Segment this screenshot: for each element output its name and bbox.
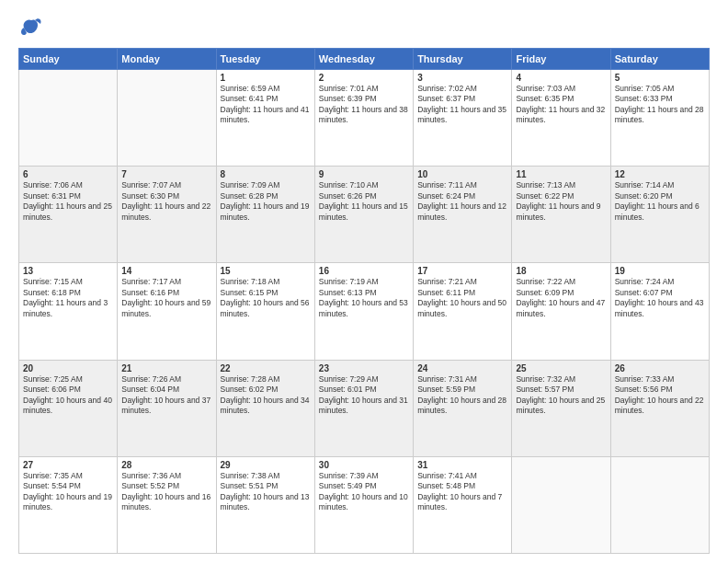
calendar-cell: 26Sunrise: 7:33 AMSunset: 5:56 PMDayligh…: [610, 360, 709, 456]
cell-content: Sunrise: 7:17 AMSunset: 6:16 PMDaylight:…: [121, 277, 211, 319]
calendar-cell: 16Sunrise: 7:19 AMSunset: 6:13 PMDayligh…: [314, 263, 413, 360]
day-header-monday: Monday: [118, 49, 216, 70]
calendar-cell: 1Sunrise: 6:59 AMSunset: 6:41 PMDaylight…: [216, 70, 314, 167]
cell-content: Sunrise: 7:33 AMSunset: 5:56 PMDaylight:…: [615, 374, 705, 417]
day-number: 17: [417, 266, 507, 276]
calendar-cell: 30Sunrise: 7:39 AMSunset: 5:49 PMDayligh…: [314, 456, 413, 553]
cell-content: Sunrise: 7:39 AMSunset: 5:49 PMDaylight:…: [319, 471, 409, 513]
day-number: 21: [121, 363, 211, 373]
calendar-cell: 13Sunrise: 7:15 AMSunset: 6:18 PMDayligh…: [19, 263, 118, 360]
cell-content: Sunrise: 7:32 AMSunset: 5:57 PMDaylight:…: [516, 374, 606, 417]
calendar-cell: 23Sunrise: 7:29 AMSunset: 6:01 PMDayligh…: [314, 360, 413, 456]
day-number: 13: [23, 266, 113, 276]
day-number: 31: [417, 460, 507, 470]
day-number: 7: [121, 169, 211, 179]
calendar-table: SundayMondayTuesdayWednesdayThursdayFrid…: [18, 48, 710, 554]
cell-content: Sunrise: 7:15 AMSunset: 6:18 PMDaylight:…: [23, 277, 113, 319]
calendar-cell: 28Sunrise: 7:36 AMSunset: 5:52 PMDayligh…: [118, 456, 216, 553]
cell-content: Sunrise: 7:19 AMSunset: 6:13 PMDaylight:…: [319, 277, 409, 319]
day-number: 2: [319, 73, 409, 83]
day-number: 16: [319, 266, 409, 276]
day-number: 8: [221, 169, 311, 179]
day-number: 29: [221, 460, 311, 470]
day-number: 23: [319, 363, 409, 373]
calendar-cell: 29Sunrise: 7:38 AMSunset: 5:51 PMDayligh…: [216, 456, 314, 553]
calendar-week-row: 1Sunrise: 6:59 AMSunset: 6:41 PMDaylight…: [19, 70, 710, 167]
cell-content: Sunrise: 7:21 AMSunset: 6:11 PMDaylight:…: [417, 277, 507, 319]
cell-content: Sunrise: 7:01 AMSunset: 6:39 PMDaylight:…: [319, 84, 409, 126]
cell-content: Sunrise: 7:38 AMSunset: 5:51 PMDaylight:…: [221, 471, 311, 513]
day-number: 28: [121, 460, 211, 470]
day-number: 4: [516, 73, 606, 83]
calendar-cell: 8Sunrise: 7:09 AMSunset: 6:28 PMDaylight…: [216, 167, 314, 263]
calendar-cell: [118, 70, 216, 167]
cell-content: Sunrise: 7:03 AMSunset: 6:35 PMDaylight:…: [516, 84, 606, 126]
day-number: 14: [121, 266, 211, 276]
cell-content: Sunrise: 7:14 AMSunset: 6:20 PMDaylight:…: [615, 180, 705, 223]
cell-content: Sunrise: 7:31 AMSunset: 5:59 PMDaylight:…: [417, 374, 507, 417]
calendar-cell: [19, 70, 118, 167]
calendar-cell: 15Sunrise: 7:18 AMSunset: 6:15 PMDayligh…: [216, 263, 314, 360]
cell-content: Sunrise: 7:05 AMSunset: 6:33 PMDaylight:…: [615, 84, 705, 126]
calendar-cell: 12Sunrise: 7:14 AMSunset: 6:20 PMDayligh…: [610, 167, 709, 263]
day-number: 10: [417, 169, 507, 179]
cell-content: Sunrise: 6:59 AMSunset: 6:41 PMDaylight:…: [221, 84, 311, 126]
calendar-cell: 27Sunrise: 7:35 AMSunset: 5:54 PMDayligh…: [19, 456, 118, 553]
calendar-cell: 3Sunrise: 7:02 AMSunset: 6:37 PMDaylight…: [414, 70, 512, 167]
calendar-week-row: 6Sunrise: 7:06 AMSunset: 6:31 PMDaylight…: [19, 167, 710, 263]
cell-content: Sunrise: 7:36 AMSunset: 5:52 PMDaylight:…: [121, 471, 211, 513]
day-number: 5: [615, 73, 705, 83]
day-number: 30: [319, 460, 409, 470]
calendar-header-row: SundayMondayTuesdayWednesdayThursdayFrid…: [19, 49, 710, 70]
cell-content: Sunrise: 7:22 AMSunset: 6:09 PMDaylight:…: [516, 277, 606, 319]
cell-content: Sunrise: 7:18 AMSunset: 6:15 PMDaylight:…: [221, 277, 311, 319]
calendar-cell: 17Sunrise: 7:21 AMSunset: 6:11 PMDayligh…: [414, 263, 512, 360]
cell-content: Sunrise: 7:09 AMSunset: 6:28 PMDaylight:…: [221, 180, 311, 223]
calendar-week-row: 27Sunrise: 7:35 AMSunset: 5:54 PMDayligh…: [19, 456, 710, 553]
day-number: 27: [23, 460, 113, 470]
day-number: 3: [417, 73, 507, 83]
calendar-week-row: 20Sunrise: 7:25 AMSunset: 6:06 PMDayligh…: [19, 360, 710, 456]
day-number: 20: [23, 363, 113, 373]
day-header-friday: Friday: [512, 49, 610, 70]
day-number: 22: [221, 363, 311, 373]
calendar-cell: 20Sunrise: 7:25 AMSunset: 6:06 PMDayligh…: [19, 360, 118, 456]
cell-content: Sunrise: 7:24 AMSunset: 6:07 PMDaylight:…: [615, 277, 705, 319]
day-number: 19: [615, 266, 705, 276]
cell-content: Sunrise: 7:28 AMSunset: 6:02 PMDaylight:…: [221, 374, 311, 417]
calendar-cell: 21Sunrise: 7:26 AMSunset: 6:04 PMDayligh…: [118, 360, 216, 456]
calendar-cell: 18Sunrise: 7:22 AMSunset: 6:09 PMDayligh…: [512, 263, 610, 360]
cell-content: Sunrise: 7:11 AMSunset: 6:24 PMDaylight:…: [417, 180, 507, 223]
header: [18, 15, 710, 40]
cell-content: Sunrise: 7:06 AMSunset: 6:31 PMDaylight:…: [23, 180, 113, 223]
calendar-cell: 31Sunrise: 7:41 AMSunset: 5:48 PMDayligh…: [414, 456, 512, 553]
day-number: 24: [417, 363, 507, 373]
calendar-cell: 19Sunrise: 7:24 AMSunset: 6:07 PMDayligh…: [610, 263, 709, 360]
day-header-saturday: Saturday: [610, 49, 709, 70]
day-number: 18: [516, 266, 606, 276]
calendar-cell: 22Sunrise: 7:28 AMSunset: 6:02 PMDayligh…: [216, 360, 314, 456]
calendar-cell: 5Sunrise: 7:05 AMSunset: 6:33 PMDaylight…: [610, 70, 709, 167]
calendar-cell: [512, 456, 610, 553]
day-number: 6: [23, 169, 113, 179]
cell-content: Sunrise: 7:29 AMSunset: 6:01 PMDaylight:…: [319, 374, 409, 417]
cell-content: Sunrise: 7:26 AMSunset: 6:04 PMDaylight:…: [121, 374, 211, 417]
day-number: 1: [221, 73, 311, 83]
calendar-cell: 4Sunrise: 7:03 AMSunset: 6:35 PMDaylight…: [512, 70, 610, 167]
cell-content: Sunrise: 7:07 AMSunset: 6:30 PMDaylight:…: [121, 180, 211, 223]
calendar-cell: 2Sunrise: 7:01 AMSunset: 6:39 PMDaylight…: [314, 70, 413, 167]
logo-icon: [18, 15, 44, 40]
day-header-wednesday: Wednesday: [314, 49, 413, 70]
calendar-cell: 25Sunrise: 7:32 AMSunset: 5:57 PMDayligh…: [512, 360, 610, 456]
cell-content: Sunrise: 7:41 AMSunset: 5:48 PMDaylight:…: [417, 471, 507, 513]
day-number: 25: [516, 363, 606, 373]
cell-content: Sunrise: 7:02 AMSunset: 6:37 PMDaylight:…: [417, 84, 507, 126]
day-number: 9: [319, 169, 409, 179]
calendar-cell: 7Sunrise: 7:07 AMSunset: 6:30 PMDaylight…: [118, 167, 216, 263]
day-header-sunday: Sunday: [19, 49, 118, 70]
calendar-cell: 6Sunrise: 7:06 AMSunset: 6:31 PMDaylight…: [19, 167, 118, 263]
cell-content: Sunrise: 7:10 AMSunset: 6:26 PMDaylight:…: [319, 180, 409, 223]
calendar-cell: [610, 456, 709, 553]
cell-content: Sunrise: 7:25 AMSunset: 6:06 PMDaylight:…: [23, 374, 113, 417]
day-header-tuesday: Tuesday: [216, 49, 314, 70]
